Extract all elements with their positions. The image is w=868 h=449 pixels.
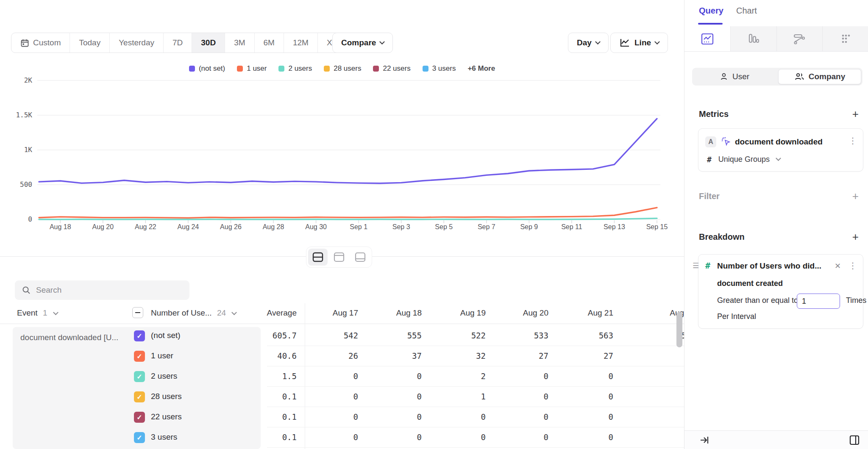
breakdown-condition-label: Greater than or equal to [717,296,798,305]
row-label: 3 users [151,432,177,442]
layout-toggle-group [306,247,372,268]
select-all-checkbox[interactable] [132,307,143,318]
metric-letter-badge: A [705,136,716,147]
range-30d[interactable]: 30D [192,33,225,53]
date-column-header[interactable]: Aug 18 [358,308,422,318]
range-6m[interactable]: 6M [255,33,284,53]
event-count: 1 [43,308,47,317]
legend-item[interactable]: 22 users [373,64,410,73]
condition-value-input[interactable] [797,294,840,309]
flow-chart-tab[interactable] [777,26,823,51]
legend-label: 22 users [383,64,410,73]
row-checkbox[interactable]: ✓ [134,391,145,402]
metric-card[interactable]: A document downloaded ⋮ # Unique Groups [698,128,863,172]
close-icon[interactable]: ✕ [835,261,841,271]
row-average: 0.1 [233,432,297,442]
date-range-group: CustomTodayYesterday7D30D3M6M12MXTD [11,33,360,53]
table-only-view-button[interactable] [351,249,370,266]
table-scrollbar[interactable] [676,312,682,347]
table-row[interactable]: ✓2 users1.5002000 [0,366,684,387]
row-value: 0 [550,371,613,381]
line-chart-tab[interactable] [684,26,731,51]
legend-more-button[interactable]: +6 More [467,64,495,73]
users-header-label: Number of Use... [151,308,212,317]
row-checkbox[interactable]: ✓ [134,351,145,362]
row-value: 522 [422,331,486,340]
row-checkbox[interactable]: ✓ [134,371,145,382]
event-column-header[interactable]: Event 1 [17,308,58,318]
add-metric-button[interactable]: + [852,108,859,119]
date-column-header[interactable]: Aug 20 [485,308,548,318]
row-value: 542 [295,331,358,340]
date-column-header[interactable]: Aug 21 [550,308,613,318]
row-value: 27 [485,351,548,360]
search-input[interactable] [36,285,176,295]
table-row[interactable]: ✓3 users0.1000000 [0,427,684,448]
chevron-down-icon [379,39,385,44]
date-column-header[interactable]: Aug 2 [627,308,684,318]
range-label: Yesterday [119,38,154,47]
range-3m[interactable]: 3M [225,33,254,53]
row-value: 0 [422,412,486,421]
users-column-header[interactable]: Number of Use... 24 [151,308,236,318]
range-custom[interactable]: Custom [11,33,70,53]
audience-user-segment[interactable]: User [693,69,776,84]
side-panel-icon[interactable] [849,435,860,446]
add-filter-button[interactable]: + [852,191,859,202]
search-icon [22,286,31,294]
y-tick-label: 500 [6,180,32,188]
table-row[interactable]: ✓28 users0.1001000 [0,387,684,407]
row-value: 0 [550,392,613,401]
legend-item[interactable]: 1 user [237,64,267,73]
table-row[interactable]: ✓22 users0.1000000 [0,407,684,427]
more-chart-types-tab[interactable] [823,26,868,51]
legend-item[interactable]: 28 users [324,64,361,73]
chart-type-dropdown[interactable]: Line [610,33,668,53]
legend-item[interactable]: 3 users [423,64,456,73]
table-row[interactable]: ✓(not set)605.754255552253356353 [0,326,684,346]
drag-handle-icon[interactable]: ☰ [693,261,699,270]
audience-company-segment[interactable]: Company [778,69,861,84]
chart-type-label: Line [634,38,651,47]
line-chart-icon [701,33,714,45]
tab-query[interactable]: Query [699,6,723,16]
split-view-button[interactable] [308,249,328,266]
metric-aggregation-dropdown[interactable]: # Unique Groups [707,155,780,164]
table-only-view-icon [355,252,366,262]
row-checkbox[interactable]: ✓ [134,432,145,443]
average-column-header[interactable]: Average [233,308,297,318]
table-row[interactable]: ✓1 user40.626373227272 [0,346,684,366]
date-column-header[interactable]: Aug 17 [295,308,358,318]
search-box[interactable] [15,280,189,300]
chart-only-view-icon [334,252,345,262]
row-checkbox[interactable]: ✓ [134,330,145,341]
range-label: 6M [264,38,275,47]
user-label: User [732,72,749,81]
range-12m[interactable]: 12M [284,33,318,53]
company-users-icon [794,72,804,81]
bar-chart-tab[interactable] [731,26,777,51]
collapse-panel-icon[interactable] [699,435,710,446]
y-tick-label: 2K [6,76,32,84]
row-checkbox[interactable]: ✓ [134,412,145,423]
legend-item[interactable]: 2 users [278,64,312,73]
range-7d[interactable]: 7D [164,33,192,53]
interval-dropdown[interactable]: Day [568,33,609,53]
row-value: 32 [422,351,486,360]
add-breakdown-button[interactable]: + [852,231,859,242]
event-click-icon [721,136,732,147]
breakdown-card[interactable]: ☰ # Number of Users who did... ✕ ⋮ docum… [698,254,863,329]
metric-kebab-menu[interactable]: ⋮ [849,136,857,146]
tab-chart[interactable]: Chart [736,6,757,16]
range-yesterday[interactable]: Yesterday [110,33,164,53]
breakdown-kebab-menu[interactable]: ⋮ [849,261,857,271]
compare-button[interactable]: Compare [332,33,393,53]
chart-only-view-button[interactable] [329,249,349,266]
line-chart[interactable] [37,80,660,226]
date-column-header[interactable]: Aug 19 [422,308,486,318]
row-value: 0 [485,392,548,401]
row-value: 0 [627,412,684,421]
legend-item[interactable]: (not set) [189,64,225,73]
row-value: 2 [422,371,486,381]
range-today[interactable]: Today [70,33,110,53]
